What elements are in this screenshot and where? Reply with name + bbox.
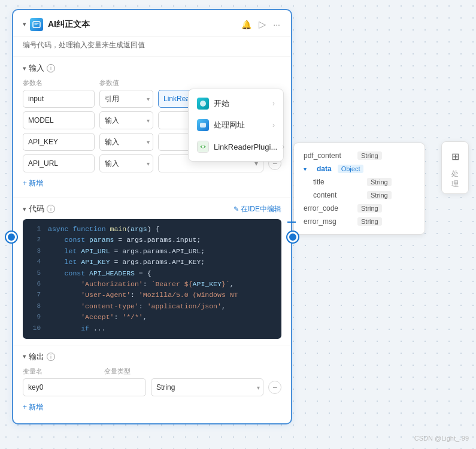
param-type-input-wrapper: 引用 输入 固定值 — [99, 90, 153, 108]
code-collapse-arrow[interactable]: ▾ — [23, 205, 26, 213]
param-type-model[interactable]: 输入 引用 固定值 — [99, 111, 153, 129]
menu-item-start[interactable]: 开始 › — [189, 93, 283, 114]
col-name-header: 参数名 — [23, 78, 95, 87]
ide-edit-icon: ✎ — [234, 205, 239, 213]
line-text-10: if ... — [48, 323, 106, 334]
code-line-8: 8 'content-type': 'application/json', — [23, 301, 281, 312]
line-num-4: 4 — [29, 257, 41, 268]
code-line-3: 3 let API_URL = args.params.API_URL; — [23, 246, 281, 257]
data-expand-arrow[interactable]: ▾ — [304, 166, 311, 172]
svg-point-4 — [202, 145, 204, 148]
line-num-7: 7 — [29, 290, 41, 301]
ide-edit-label: 在IDE中编辑 — [241, 204, 281, 214]
menu-item-process[interactable]: 处理网址 › — [189, 114, 283, 136]
param-name-model[interactable] — [23, 111, 95, 129]
output-row-data: ▾ data Object — [304, 165, 415, 173]
left-connector[interactable] — [6, 232, 17, 242]
output-name-pdf: pdf_content — [304, 151, 351, 160]
bell-icon[interactable]: 🔔 — [240, 19, 253, 31]
add-output-label: + 新增 — [23, 402, 43, 412]
input-section-title: 输入 i — [29, 63, 55, 74]
code-section-header: ▾ 代码 i ✎ 在IDE中编辑 — [23, 204, 281, 214]
output-info-icon[interactable]: i — [47, 353, 55, 361]
output-name-title: title — [313, 178, 361, 186]
line-text-9: 'Accept': '*/*', — [48, 312, 147, 323]
output-row-content: content String — [304, 191, 415, 199]
card-title: AI纠正文本 — [48, 19, 240, 30]
input-collapse-arrow[interactable]: ▾ — [23, 65, 26, 72]
menu-item-link[interactable]: LinkReaderPlugi... › — [189, 136, 283, 157]
line-num-9: 9 — [29, 312, 41, 323]
param-type-apiurl-wrapper: 输入 引用 固定值 — [99, 154, 153, 172]
output-name-key0[interactable] — [23, 378, 146, 396]
tool-icon-1[interactable]: ⊞ — [447, 148, 463, 165]
param-name-input[interactable] — [23, 90, 95, 108]
param-name-apikey[interactable] — [23, 133, 95, 151]
output-row-title: title String — [304, 178, 415, 186]
right-connector[interactable] — [287, 232, 298, 242]
menu-arrow-start: › — [272, 99, 275, 108]
line-text-8: 'content-type': 'application/json', — [48, 301, 226, 312]
input-label: 输入 — [29, 63, 44, 74]
output-section-header: ▾ 输出 i — [23, 351, 281, 362]
remove-output-row[interactable]: − — [268, 381, 281, 394]
output-row-error-msg: error_msg String — [304, 217, 415, 226]
output-collapse-arrow[interactable]: ▾ — [23, 353, 26, 360]
line-text-2: const params = args.params.input; — [48, 235, 201, 245]
line-text-1: async function main(args) { — [48, 224, 159, 235]
output-type-title: String — [367, 178, 392, 186]
param-type-apikey-wrapper: 输入 引用 固定值 — [99, 133, 153, 151]
output-row-key0: String Number Boolean Object Array − — [23, 378, 281, 396]
add-output-btn[interactable]: + 新增 — [23, 400, 281, 415]
header-actions: 🔔 ▷ ··· — [240, 17, 281, 31]
card-header: ▾ AI纠正文本 🔔 ▷ ··· — [13, 10, 291, 37]
add-input-btn[interactable]: + 新增 — [23, 176, 281, 191]
menu-label-link: LinkReaderPlugi... — [214, 142, 277, 151]
watermark: CSDN @Light_-99 — [414, 435, 469, 442]
line-num-1: 1 — [29, 224, 41, 235]
input-info-icon[interactable]: i — [47, 64, 55, 72]
output-section-title: 输出 i — [29, 351, 55, 362]
line-text-6: 'Authorization': `Bearer ${API_KEY}`, — [48, 279, 234, 290]
param-type-apikey[interactable]: 输入 引用 固定值 — [99, 133, 153, 151]
output-row-pdf: pdf_content String — [304, 151, 415, 160]
output-type-wrapper: String Number Boolean Object Array — [151, 378, 263, 396]
output-row-error-code: error_code String — [304, 204, 415, 213]
code-section: ▾ 代码 i ✎ 在IDE中编辑 1 async function main(a… — [13, 197, 291, 345]
dropdown-menu: 开始 › 处理网址 › LinkReaderPlugi... › — [188, 89, 284, 162]
param-type-model-wrapper: 输入 引用 固定值 — [99, 111, 153, 129]
output-name-error-msg: error_msg — [304, 217, 351, 226]
line-text-3: let API_URL = args.params.API_URL; — [48, 246, 205, 257]
code-line-5: 5 const API_HEADERS = { — [23, 268, 281, 279]
play-icon[interactable]: ▷ — [257, 17, 267, 31]
code-info-icon[interactable]: i — [47, 205, 55, 213]
right-panel: pdf_content String ▾ data Object title S… — [293, 142, 425, 235]
param-type-input[interactable]: 引用 输入 固定值 — [99, 90, 153, 108]
collapse-arrow[interactable]: ▾ — [23, 20, 26, 28]
main-card: ▾ AI纠正文本 🔔 ▷ ··· 编号代码，处理输入变量来生成返回值 ▾ 输入 … — [12, 9, 292, 424]
param-name-apiurl[interactable] — [23, 154, 95, 172]
conn-line — [287, 222, 296, 223]
code-line-1: 1 async function main(args) { — [23, 224, 281, 235]
menu-arrow-process: › — [272, 121, 275, 129]
output-col-name-header: 变量名 — [23, 367, 95, 376]
output-name-data: data — [317, 165, 332, 173]
output-type-select[interactable]: String Number Boolean Object Array — [151, 378, 263, 396]
input-section-header: ▾ 输入 i — [23, 63, 281, 74]
code-label: 代码 — [29, 204, 44, 214]
line-text-4: let API_KEY = args.params.API_KEY; — [48, 257, 205, 268]
header-icon — [30, 18, 43, 31]
output-label: 输出 — [29, 351, 44, 362]
line-num-3: 3 — [29, 246, 41, 257]
output-section: ▾ 输出 i 变量名 变量类型 String Number Boolean Ob… — [13, 345, 291, 423]
output-type-data: Object — [338, 165, 364, 173]
menu-arrow-link: › — [282, 142, 284, 151]
more-icon[interactable]: ··· — [272, 19, 281, 31]
tool-icon-2[interactable]: 处理 — [447, 171, 463, 187]
code-line-7: 7 'User-Agent': 'Mozilla/5.0 (Windows NT — [23, 290, 281, 301]
code-line-2: 2 const params = args.params.input; — [23, 235, 281, 245]
menu-icon-link — [197, 141, 209, 153]
ide-edit-link[interactable]: ✎ 在IDE中编辑 — [234, 204, 281, 214]
param-type-apiurl[interactable]: 输入 引用 固定值 — [99, 154, 153, 172]
output-type-error-msg: String — [357, 217, 382, 226]
